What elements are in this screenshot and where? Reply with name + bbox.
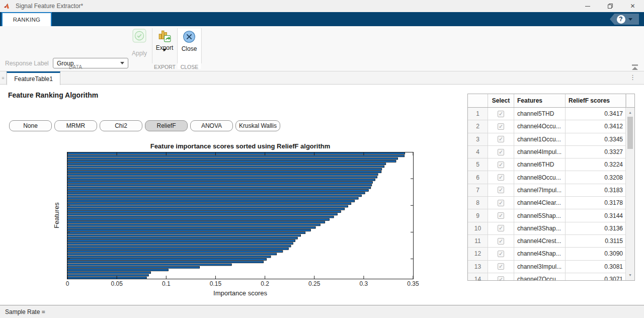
row-checkbox[interactable]: ✓ — [498, 174, 504, 181]
algorithm-button-relieff[interactable]: ReliefF — [145, 120, 188, 131]
toolstrip-tab-bar: RANKING ? — [0, 12, 644, 26]
page-title: Feature Ranking Algorithm — [8, 91, 98, 99]
feature-name-cell: channel5Shap... — [514, 209, 566, 222]
feature-name-cell: channel3Impul... — [514, 261, 566, 273]
row-checkbox[interactable]: ✓ — [498, 136, 504, 142]
column-header-scores: ReliefF scores — [566, 94, 626, 107]
row-checkbox[interactable]: ✓ — [498, 238, 504, 245]
row-checkbox[interactable]: ✓ — [498, 212, 504, 219]
apply-check-icon — [132, 29, 146, 43]
select-cell: ✓ — [488, 197, 514, 209]
row-number: 3 — [468, 133, 488, 146]
row-checkbox[interactable]: ✓ — [498, 225, 504, 231]
row-checkbox[interactable]: ✓ — [498, 200, 504, 206]
panel-grip-icon[interactable]: ≡ — [0, 71, 7, 85]
export-icon — [157, 29, 172, 43]
ranking-table: Select Features ReliefF scores 1✓channel… — [467, 94, 635, 281]
close-ranking-button[interactable]: Close — [178, 29, 201, 69]
export-button[interactable]: Export — [152, 29, 177, 60]
score-cell: 0.3183 — [566, 184, 626, 197]
row-number: 14 — [468, 273, 488, 281]
select-cell: ✓ — [488, 273, 514, 281]
sample-rate-status: Sample Rate = — [5, 308, 45, 315]
row-checkbox[interactable]: ✓ — [498, 187, 504, 193]
score-cell: 0.3224 — [566, 158, 626, 171]
row-checkbox[interactable]: ✓ — [498, 149, 504, 155]
scroll-down-icon[interactable]: ▼ — [626, 273, 634, 277]
x-tick-labels: 00.050.10.150.20.250.30.35 — [67, 280, 414, 288]
collapse-toolstrip-button[interactable] — [630, 64, 641, 71]
table-row: 4✓channel4Impul...0.3327 — [468, 146, 634, 158]
score-cell: 0.3208 — [566, 171, 626, 184]
select-cell: ✓ — [488, 120, 514, 133]
close-window-button[interactable]: ✕ — [621, 0, 644, 12]
table-scrollbar[interactable]: ▲ ▼ — [626, 94, 634, 280]
score-cell: 0.3178 — [566, 197, 626, 209]
score-cell: 0.3417 — [566, 108, 626, 120]
algorithm-button-anova[interactable]: ANOVA — [190, 120, 233, 131]
row-checkbox[interactable]: ✓ — [498, 111, 504, 117]
row-checkbox[interactable]: ✓ — [498, 162, 504, 168]
score-cell: 0.3071 — [566, 273, 626, 281]
document-tab-bar: ≡ FeatureTable1 ⋮ — [0, 71, 644, 85]
row-number: 13 — [468, 261, 488, 273]
table-row: 14✓channel7Occu...0.3071 — [468, 273, 634, 281]
scrollbar-header-stub — [626, 94, 634, 108]
apply-button[interactable]: Apply — [128, 29, 150, 57]
matlab-logo-icon — [4, 3, 11, 10]
tab-ranking[interactable]: RANKING — [2, 12, 52, 26]
select-cell: ✓ — [488, 158, 514, 171]
feature-name-cell: channel4Occu... — [514, 120, 566, 133]
ranking-table-rows: 1✓channel5THD0.34172✓channel4Occu...0.34… — [468, 108, 634, 281]
help-button[interactable]: ? — [610, 14, 639, 25]
algorithm-button-chi2[interactable]: Chi2 — [100, 120, 142, 131]
row-checkbox[interactable]: ✓ — [498, 263, 504, 270]
signal-feature-extractor-window: Signal Feature Extractor* ✕ RANKING ? Re… — [0, 0, 644, 318]
section-divider — [201, 28, 202, 63]
ranking-toolstrip: Response Label Group Name Group FeatureT… — [0, 26, 644, 71]
row-number: 7 — [468, 184, 488, 197]
section-label-data: DATA — [0, 64, 151, 70]
x-tick-label: 0.15 — [210, 280, 221, 287]
row-number: 5 — [468, 158, 488, 171]
row-number: 1 — [468, 108, 488, 120]
algorithm-button-kruskal-wallis[interactable]: Kruskal Wallis — [235, 120, 280, 131]
row-number: 10 — [468, 222, 488, 235]
minimize-button[interactable] — [576, 0, 599, 12]
table-row: 5✓channel6THD0.3224 — [468, 158, 634, 171]
score-cell: 0.3412 — [566, 120, 626, 133]
row-checkbox[interactable]: ✓ — [498, 123, 504, 130]
algorithm-button-mrmr[interactable]: MRMR — [54, 120, 97, 131]
column-header-features: Features — [514, 94, 566, 107]
feature-name-cell: channel8Occu... — [514, 171, 566, 184]
status-bar: Sample Rate = — [0, 305, 644, 318]
x-tick-label: 0 — [66, 280, 69, 287]
tab-featuretable1[interactable]: FeatureTable1 — [7, 71, 60, 85]
table-row: 1✓channel5THD0.3417 — [468, 108, 634, 120]
table-row: 11✓channel4Crest...0.3115 — [468, 235, 634, 248]
title-bar: Signal Feature Extractor* ✕ — [0, 0, 644, 12]
feature-name-cell: channel5THD — [514, 108, 566, 120]
x-tick-label: 0.2 — [261, 280, 269, 287]
close-button-label: Close — [178, 45, 201, 52]
scroll-up-icon[interactable]: ▲ — [626, 111, 634, 114]
restore-button[interactable] — [599, 0, 621, 12]
score-cell: 0.3327 — [566, 146, 626, 158]
select-cell: ✓ — [488, 146, 514, 158]
restore-icon — [608, 4, 613, 9]
row-checkbox[interactable]: ✓ — [498, 251, 504, 257]
select-cell: ✓ — [488, 261, 514, 273]
kebab-menu-icon[interactable]: ⋮ — [629, 73, 636, 81]
algorithm-button-none[interactable]: None — [9, 120, 52, 131]
row-number: 8 — [468, 197, 488, 209]
table-row: 3✓channel1Occu...0.3345 — [468, 133, 634, 146]
scrollbar-thumb[interactable] — [627, 117, 633, 149]
select-cell: ✓ — [488, 209, 514, 222]
row-number: 2 — [468, 120, 488, 133]
feature-name-cell: channel6THD — [514, 158, 566, 171]
feature-name-cell: channel4Clear... — [514, 197, 566, 209]
row-checkbox[interactable]: ✓ — [498, 276, 504, 281]
row-number: 12 — [468, 248, 488, 260]
table-row: 2✓channel4Occu...0.3412 — [468, 120, 634, 133]
score-cell: 0.3345 — [566, 133, 626, 146]
